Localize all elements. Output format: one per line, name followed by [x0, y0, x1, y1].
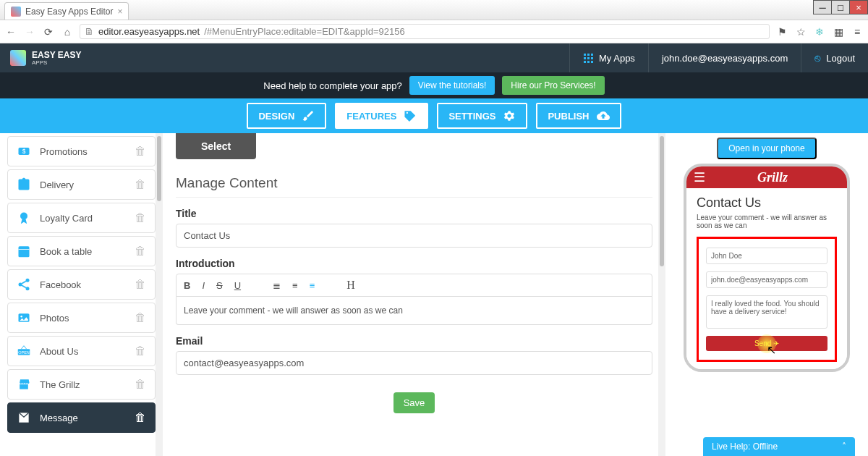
sidebar-scrollbar[interactable] [156, 133, 163, 456]
nav-design[interactable]: DESIGN [247, 103, 326, 129]
mail-icon [14, 410, 34, 425]
apps-icon [583, 53, 593, 63]
preview-name-input[interactable] [706, 248, 827, 264]
help-bar: Need help to complete your app? View the… [0, 72, 868, 98]
pro-services-button[interactable]: Hire our Pro Services! [502, 76, 604, 95]
open-sign-icon: OPEN [14, 343, 34, 359]
chevron-up-icon: ˄ [842, 442, 846, 452]
sidebar-item-message[interactable]: Message🗑 [7, 402, 156, 433]
tutorials-button[interactable]: View the tutorials! [409, 76, 495, 95]
promotions-icon: $ [14, 144, 34, 159]
sidebar-item-delivery[interactable]: Delivery🗑 [7, 169, 156, 200]
hamburger-icon[interactable]: ☰ [694, 169, 705, 185]
user-email[interactable]: john.doe@easyeasyapps.com [648, 43, 801, 72]
home-icon[interactable]: ⌂ [61, 25, 74, 38]
email-input[interactable] [176, 351, 652, 375]
sidebar-item-facebook[interactable]: Facebook🗑 [7, 269, 156, 300]
save-button[interactable]: Save [393, 392, 435, 413]
preview-app-name: Grillz [705, 170, 840, 185]
page-icon: 🗎 [85, 26, 94, 37]
select-button[interactable]: Select [176, 133, 256, 159]
preview-header: ☰ Grillz [686, 166, 847, 188]
trash-icon[interactable]: 🗑 [127, 245, 153, 258]
trash-icon[interactable]: 🗑 [127, 345, 153, 358]
browser-tab[interactable]: Easy Easy Apps Editor × [4, 2, 129, 20]
image-icon [14, 311, 34, 325]
underline-icon[interactable]: U [234, 280, 241, 291]
tab-title: Easy Easy Apps Editor [25, 7, 113, 17]
trash-icon[interactable]: 🗑 [127, 178, 153, 191]
my-apps-link[interactable]: My Apps [569, 43, 648, 72]
reload-icon[interactable]: ⟳ [42, 25, 55, 38]
sidebar-item-loyalty[interactable]: Loyalty Card🗑 [7, 203, 156, 233]
brand-sub: APPS [32, 59, 81, 66]
sidebar-item-grillz[interactable]: The Grillz🗑 [7, 369, 156, 400]
main-scrollbar[interactable] [658, 133, 665, 456]
calendar-icon [14, 244, 34, 258]
back-icon[interactable]: ← [4, 25, 17, 38]
brand-name: EASY EASY [32, 51, 81, 59]
sidebar-item-about[interactable]: OPENAbout Us🗑 [7, 336, 156, 366]
app-header: EASY EASY APPS My Apps john.doe@easyeasy… [0, 43, 868, 72]
preview-title: Contact Us [697, 195, 837, 211]
star-icon[interactable]: ☆ [794, 25, 807, 38]
trash-icon[interactable]: 🗑 [127, 311, 153, 324]
close-window-button[interactable]: × [849, 0, 868, 14]
preview-panel: Open in your phone ☰ Grillz Contact Us L… [665, 133, 868, 456]
svg-point-7 [26, 287, 30, 290]
close-tab-icon[interactable]: × [117, 7, 122, 17]
main-panel: Select Manage Content Title Introduction… [163, 133, 665, 456]
trash-icon[interactable]: 🗑 [127, 211, 153, 224]
nav-publish[interactable]: PUBLISH [536, 103, 621, 129]
sidebar: $Promotions🗑 Delivery🗑 Loyalty Card🗑 Boo… [0, 133, 163, 456]
ext1-icon[interactable]: ❄ [813, 25, 826, 38]
content-area: $Promotions🗑 Delivery🗑 Loyalty Card🗑 Boo… [0, 133, 868, 456]
forward-icon[interactable]: → [23, 25, 36, 38]
logout-link[interactable]: ⎋ Logout [801, 43, 868, 72]
ul-icon[interactable]: ≣ [273, 280, 281, 291]
logo[interactable]: EASY EASY APPS [0, 50, 91, 66]
menu-icon[interactable]: ≡ [851, 25, 864, 38]
svg-rect-12 [20, 384, 28, 389]
bold-icon[interactable]: B [184, 280, 190, 291]
trash-icon[interactable]: 🗑 [127, 411, 153, 424]
sidebar-item-book[interactable]: Book a table🗑 [7, 236, 156, 266]
browser-toolbar: ← → ⟳ ⌂ 🗎 editor.easyeasyapps.net/#MenuE… [0, 20, 868, 43]
address-bar[interactable]: 🗎 editor.easyeasyapps.net/#MenuEntryPlac… [80, 24, 770, 39]
nav-features[interactable]: FEATURES [335, 103, 428, 129]
logo-icon [10, 50, 26, 66]
svg-rect-3 [19, 246, 30, 257]
align-icon[interactable]: ≡ [310, 280, 315, 291]
preview-email-input[interactable] [706, 271, 827, 288]
title-label: Title [176, 208, 652, 219]
url-path: /#MenuEntryPlace:editable=EDIT&appId=921… [204, 26, 405, 37]
italic-icon[interactable]: I [202, 280, 205, 291]
sidebar-item-photos[interactable]: Photos🗑 [7, 303, 156, 333]
readlater-icon[interactable]: ⚑ [775, 25, 788, 38]
open-phone-button[interactable]: Open in your phone [717, 138, 816, 159]
title-input[interactable] [176, 224, 652, 248]
strike-icon[interactable]: S [216, 280, 223, 291]
trash-icon[interactable]: 🗑 [127, 145, 153, 158]
heading-icon[interactable]: H [346, 279, 355, 292]
rte-toolbar: B I S U ≣ ≡ ≡ H [176, 274, 652, 297]
phone-preview: ☰ Grillz Contact Us Leave your comment -… [684, 164, 850, 372]
help-prompt: Need help to complete your app? [263, 80, 402, 91]
nav-settings[interactable]: SETTINGS [437, 103, 527, 129]
svg-text:OPEN: OPEN [18, 350, 30, 355]
trash-icon[interactable]: 🗑 [127, 278, 153, 291]
preview-send-button[interactable]: Send ✈ ↖ [706, 336, 827, 351]
sidebar-item-promotions[interactable]: $Promotions🗑 [7, 136, 156, 166]
intro-editor[interactable]: Leave your comment - we will answer as s… [176, 297, 652, 325]
cursor-icon: ↖ [767, 343, 776, 357]
ol-icon[interactable]: ≡ [292, 280, 298, 291]
preview-message-input[interactable]: I really loved the food. You should have… [706, 295, 827, 329]
trash-icon[interactable]: 🗑 [127, 378, 153, 391]
maximize-button[interactable]: □ [831, 0, 850, 14]
ext2-icon[interactable]: ▦ [832, 25, 845, 38]
preview-sub: Leave your comment - we will answer as s… [697, 214, 837, 229]
tag-icon [404, 109, 417, 122]
gear-icon [503, 109, 516, 122]
live-help-widget[interactable]: Live Help: Offline ˄ [703, 437, 855, 456]
minimize-button[interactable]: ─ [813, 0, 832, 14]
